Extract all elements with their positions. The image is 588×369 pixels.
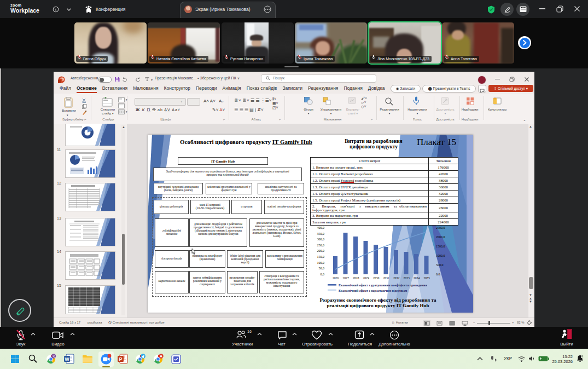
svg-text:2030: 2030 bbox=[373, 276, 379, 280]
svg-text:500,0: 500,0 bbox=[436, 263, 444, 267]
svg-text:350,0: 350,0 bbox=[317, 232, 325, 235]
svg-text:Економічний ефект з наростаючи: Економічний ефект з наростаючим підсумко… bbox=[339, 289, 407, 292]
svg-text:400,0: 400,0 bbox=[317, 226, 325, 229]
svg-text:2033: 2033 bbox=[404, 276, 410, 280]
svg-text:2500,0: 2500,0 bbox=[436, 226, 445, 229]
svg-text:2028: 2028 bbox=[353, 276, 359, 280]
svg-text:2000,0: 2000,0 bbox=[436, 235, 445, 239]
svg-text:P: P bbox=[119, 356, 122, 362]
svg-text:2034: 2034 bbox=[414, 276, 420, 280]
svg-text:250,0: 250,0 bbox=[317, 244, 325, 247]
svg-text:2029: 2029 bbox=[363, 276, 369, 280]
svg-text:2032: 2032 bbox=[393, 276, 399, 280]
svg-text:0,0: 0,0 bbox=[321, 273, 325, 276]
svg-text:1500,0: 1500,0 bbox=[436, 245, 445, 248]
svg-text:2027: 2027 bbox=[343, 276, 349, 280]
svg-text:2031: 2031 bbox=[383, 276, 389, 280]
svg-text:200,0: 200,0 bbox=[317, 249, 325, 252]
svg-text:50,0: 50,0 bbox=[319, 267, 325, 270]
svg-text:1000,0: 1000,0 bbox=[436, 254, 445, 257]
svg-text:150,0: 150,0 bbox=[317, 255, 325, 258]
svg-text:Економічний ефект з урахування: Економічний ефект з урахуванням коефіціє… bbox=[339, 284, 428, 287]
svg-text:300,0: 300,0 bbox=[317, 238, 325, 241]
svg-text:0,0: 0,0 bbox=[436, 273, 440, 276]
svg-text:W: W bbox=[65, 356, 69, 362]
svg-text:A: A bbox=[160, 354, 162, 358]
svg-text:2026: 2026 bbox=[333, 276, 339, 280]
svg-text:100,0: 100,0 bbox=[317, 261, 325, 264]
svg-text:2035: 2035 bbox=[424, 276, 430, 280]
